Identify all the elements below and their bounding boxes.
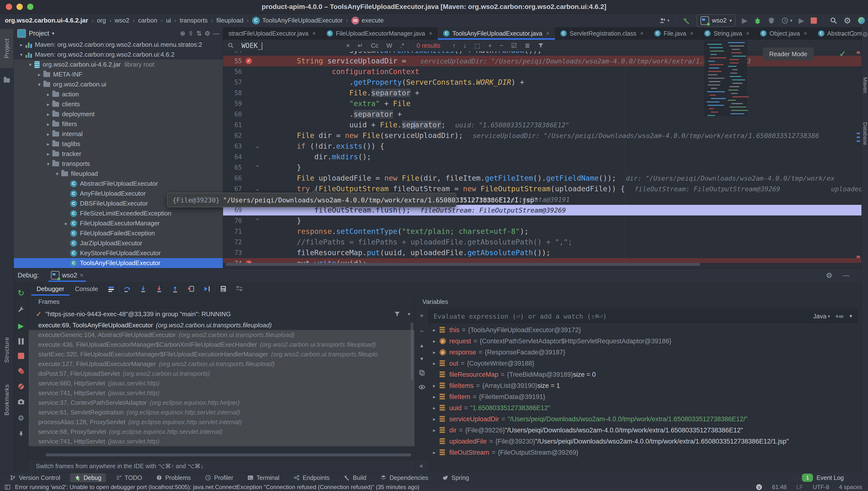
code-minimap[interactable]: [704, 41, 747, 116]
variable-chevron-icon[interactable]: ▸: [429, 405, 440, 411]
run-secondary-button[interactable]: ▶: [799, 16, 804, 25]
tree-chevron-icon[interactable]: ▾: [26, 62, 34, 67]
tree-item-tracker[interactable]: ▸tracker: [14, 149, 223, 159]
variable-row-uuid[interactable]: ▸uuid="1.6508033512738386E12": [429, 402, 862, 413]
status-message[interactable]: Error running 'wso2': Unable to open deb…: [15, 484, 419, 491]
tree-chevron-icon[interactable]: ▸: [35, 72, 44, 78]
search-everywhere-icon[interactable]: [830, 17, 838, 25]
stripe-mark-blue[interactable]: [857, 133, 860, 134]
line-number[interactable]: 73: [223, 249, 244, 256]
remove-occurrence-icon[interactable]: −: [500, 42, 503, 49]
tree-item-filters[interactable]: ▸filters: [14, 119, 223, 129]
stack-frame[interactable]: execute:69, ToolsAnyFileUploadExecutor(o…: [29, 320, 415, 330]
move-down-icon[interactable]: ▼: [419, 356, 424, 362]
editor-tab-object-java[interactable]: CObject.java×: [755, 27, 813, 40]
variable-row-request[interactable]: ▸prequest={ContextPathServletAdaptor$Htt…: [429, 336, 862, 347]
show-execution-point-icon[interactable]: [108, 285, 115, 292]
reader-mode-button[interactable]: Reader Mode: [763, 48, 814, 60]
code-line-73[interactable]: 73 fileResourceMap.put(uuid, uploadedFil…: [223, 248, 862, 258]
find-search-icon[interactable]: [227, 42, 234, 49]
event-log-button[interactable]: 1 Event Log: [802, 473, 844, 482]
breadcrumb-item[interactable]: mexecute: [351, 17, 384, 25]
caret-position[interactable]: 61:48: [772, 484, 787, 491]
tree-item-action[interactable]: ▸action: [14, 89, 223, 99]
build-hammer-icon[interactable]: [683, 17, 690, 25]
frames-horizontal-scrollbar[interactable]: [46, 454, 411, 456]
breakpoint-gutter[interactable]: ✓: [244, 58, 253, 64]
resume-program-icon[interactable]: ▶: [18, 321, 24, 330]
breadcrumb-item[interactable]: fileupload: [216, 17, 243, 24]
line-number[interactable]: 57: [223, 79, 244, 86]
stack-frame[interactable]: service:660, HttpServlet(javax.servlet.h…: [29, 378, 415, 388]
line-number[interactable]: 62: [223, 132, 244, 139]
line-number[interactable]: 54: [223, 51, 244, 54]
debugger-settings-gear-icon[interactable]: ⚙: [18, 414, 24, 422]
expand-all-icon[interactable]: ⇳: [188, 30, 194, 37]
tool-window-button-todo[interactable]: TODO: [111, 473, 147, 482]
step-out-icon[interactable]: [171, 285, 179, 293]
add-watch-icon[interactable]: +: [420, 312, 424, 320]
tree-item-maven-org-wso2-carbon-org-wso2-carbon-ui-4-6-2[interactable]: ▾Maven: org.wso2.carbon:org.wso2.carbon.…: [14, 50, 223, 60]
tree-chevron-icon[interactable]: ▸: [44, 102, 52, 107]
tool-window-button-profiler[interactable]: Profiler: [201, 473, 238, 482]
tool-window-button-version-control[interactable]: Version Control: [5, 473, 65, 482]
regex-toggle[interactable]: .*: [400, 42, 404, 49]
line-number[interactable]: 67: [223, 185, 244, 193]
line-number[interactable]: 58: [223, 89, 244, 96]
tree-chevron-icon[interactable]: ▾: [53, 171, 61, 177]
pin-tab-icon[interactable]: [18, 431, 25, 437]
profiler-icon[interactable]: ▾: [781, 17, 792, 24]
stack-frame[interactable]: service:68, ProxyServlet(org.eclipse.equ…: [29, 427, 415, 436]
editor-tab-fileuploadexecutormanager-java[interactable]: CFileUploadExecutorManager.java×: [321, 27, 438, 40]
breakpoint-gutter[interactable]: ✓: [244, 260, 253, 263]
breakpoint-icon[interactable]: ✓: [245, 260, 252, 263]
editor-tab-file-java[interactable]: CFile.java×: [649, 27, 699, 40]
tool-window-button-problems[interactable]: Problems: [152, 473, 195, 482]
variable-chevron-icon[interactable]: ▸: [429, 349, 440, 355]
ai-robot-icon[interactable]: [756, 484, 762, 491]
stripe-tab-database[interactable]: Database: [862, 110, 868, 158]
hide-panel-icon[interactable]: —: [213, 30, 220, 37]
code-line-70[interactable]: 70⌃ }: [223, 215, 862, 226]
tab-console[interactable]: Console: [69, 282, 103, 296]
fold-marker-icon[interactable]: ⌄: [253, 143, 262, 149]
variable-row-fileResourceMap[interactable]: fileResourceMap={TreeBidiMap@39189} size…: [429, 369, 862, 380]
tab-list-chevron-icon[interactable]: ⌄: [840, 27, 845, 40]
code-line-60[interactable]: 60 .separator +: [223, 109, 862, 120]
tree-item-toolsanyfileuploadexecutor[interactable]: CToolsAnyFileUploadExecutor: [14, 258, 223, 268]
debug-button[interactable]: [754, 17, 761, 25]
frames-vertical-scrollbar[interactable]: [411, 322, 413, 381]
close-session-icon[interactable]: ×: [80, 272, 84, 279]
stack-frame[interactable]: service:37, ContextPathServletAdaptor(or…: [29, 398, 415, 407]
tree-item-internal[interactable]: ▸internal: [14, 129, 223, 139]
tree-item-meta-inf[interactable]: ▸META-INF: [14, 69, 223, 79]
variable-chevron-icon[interactable]: ▸: [429, 416, 440, 422]
line-number[interactable]: 69: [223, 206, 244, 214]
variable-row-response[interactable]: ▸presponse={ResponseFacade@39187}: [429, 347, 862, 358]
project-panel-title[interactable]: Project: [29, 30, 49, 37]
tree-item-clients[interactable]: ▸clients: [14, 99, 223, 109]
line-number[interactable]: 74: [223, 260, 244, 263]
filter-funnel-icon[interactable]: [538, 42, 544, 49]
tool-window-button-terminal[interactable]: Terminal: [243, 473, 284, 482]
breadcrumb-item[interactable]: transports: [180, 17, 208, 24]
stack-frame[interactable]: service:61, ServletRegistration(org.ecli…: [29, 407, 415, 417]
line-number[interactable]: 71: [223, 228, 244, 235]
file-encoding[interactable]: UTF-8: [813, 484, 829, 491]
thread-filter-funnel-icon[interactable]: [394, 311, 401, 317]
tree-chevron-icon[interactable]: ▸: [44, 121, 52, 127]
line-number[interactable]: 66: [223, 175, 244, 182]
code-line-74[interactable]: 74✓ out.write(uuid);: [223, 258, 862, 263]
tree-item-jarzipuploadexecutor[interactable]: CJarZipUploadExecutor: [14, 238, 223, 248]
rerun-icon[interactable]: ↻: [18, 288, 25, 298]
line-number[interactable]: 64: [223, 153, 244, 161]
tree-chevron-icon[interactable]: ▸: [17, 42, 25, 48]
variable-chevron-icon[interactable]: ▸: [429, 450, 440, 455]
variable-chevron-icon[interactable]: ▸: [429, 383, 440, 388]
line-number[interactable]: 55: [223, 57, 244, 65]
breadcrumb-item[interactable]: CToolsAnyFileUploadExecutor: [252, 17, 343, 25]
force-step-into-icon[interactable]: [155, 285, 163, 293]
code-line-66[interactable]: 66 File uploadedFile = new File(dir, fil…: [223, 173, 862, 183]
tree-item-fileuploadexecutormanager[interactable]: ▸CFileUploadExecutorManager: [14, 219, 223, 228]
add-to-watches-icon[interactable]: +∞: [835, 313, 843, 320]
